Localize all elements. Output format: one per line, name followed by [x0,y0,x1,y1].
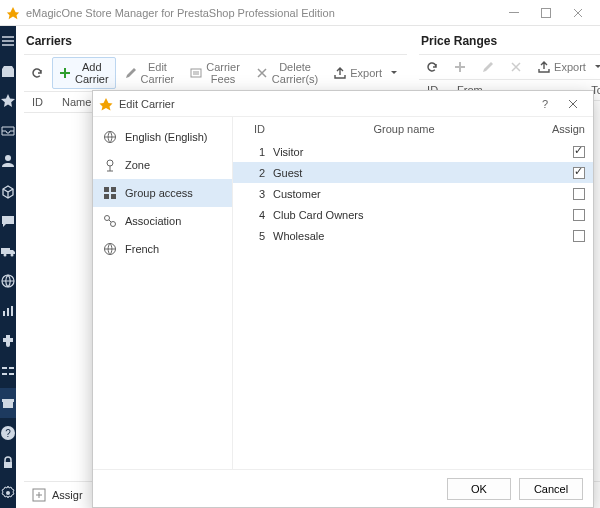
cancel-button[interactable]: Cancel [519,478,583,500]
svg-rect-26 [111,187,116,192]
nav-catalog[interactable] [0,176,16,206]
app-icon [99,97,113,111]
pencil-icon [125,67,137,79]
svg-rect-0 [509,12,519,13]
nav-menu[interactable] [0,26,16,56]
refresh-icon [426,61,438,73]
pr-export-button[interactable]: Export [531,57,600,77]
nav-inbox[interactable] [0,116,16,146]
assignment-label: Assigr [52,489,83,501]
assign-checkbox[interactable] [573,188,585,200]
grid-cell-assign[interactable] [535,166,585,179]
grid-col-id[interactable]: ID [241,123,273,135]
modal-footer: OK Cancel [93,469,593,507]
group-grid-row[interactable]: 4Club Card Owners [233,204,593,225]
nav-modules[interactable] [0,326,16,356]
workarea: Carriers Add Carrier Edit Carrier Carrie… [16,26,600,508]
carrier-fees-button[interactable]: Carrier Fees [183,57,247,89]
svg-rect-27 [104,194,109,199]
modal-titlebar: Edit Carrier ? [93,91,593,117]
nav-lock[interactable] [0,448,16,478]
minimize-button[interactable] [498,0,530,26]
pr-delete-button[interactable] [503,57,529,77]
close-button[interactable] [562,0,594,26]
side-item-association[interactable]: Association [93,207,232,235]
svg-rect-10 [11,306,13,316]
grid-cell-name: Customer [273,188,535,200]
svg-rect-14 [9,373,14,375]
nav-tools[interactable] [0,356,16,386]
svg-rect-11 [2,367,7,369]
plus-icon [454,61,466,73]
grid-cell-name: Club Card Owners [273,209,535,221]
side-item-french[interactable]: French [93,235,232,263]
grid-cell-assign[interactable] [535,187,585,200]
grid-cell-assign[interactable] [535,145,585,158]
col-id[interactable]: ID [28,96,58,108]
edit-carrier-label: Edit Carrier [141,61,175,85]
export-label: Export [350,67,382,79]
modal-help-button[interactable]: ? [531,91,559,117]
side-item-label: Association [125,215,181,227]
assign-checkbox[interactable] [573,209,585,221]
nav-help[interactable]: ? [0,418,16,448]
nav-customers[interactable] [0,146,16,176]
refresh-icon [31,67,43,79]
association-icon [103,214,117,228]
zone-icon [103,158,117,172]
nav-localization[interactable] [0,266,16,296]
svg-text:?: ? [5,428,11,439]
delete-carriers-button[interactable]: Delete Carrier(s) [249,57,325,89]
chevron-down-icon [388,67,400,79]
group-grid-row[interactable]: 1Visitor [233,141,593,162]
grid-col-assign[interactable]: Assign [535,123,585,135]
ok-button[interactable]: OK [447,478,511,500]
pr-edit-button[interactable] [475,57,501,77]
fees-icon [190,67,202,79]
group-grid-row[interactable]: 2Guest [233,162,593,183]
group-icon [103,186,117,200]
nav-stats[interactable] [0,296,16,326]
modal-close-button[interactable] [559,91,587,117]
assign-checkbox[interactable] [573,230,585,242]
titlebar: eMagicOne Store Manager for PrestaShop P… [0,0,600,26]
grid-col-name[interactable]: Group name [273,123,535,135]
svg-point-3 [5,155,11,161]
app-icon [6,6,20,20]
svg-rect-28 [111,194,116,199]
modal-main: ID Group name Assign 1Visitor2Guest3Cust… [233,117,593,469]
nav-shipping[interactable] [0,236,16,266]
delete-icon [510,61,522,73]
add-carrier-button[interactable]: Add Carrier [52,57,116,89]
pr-refresh-button[interactable] [419,57,445,77]
side-item-language[interactable]: English (English) [93,123,232,151]
pr-export-label: Export [554,61,586,73]
side-item-label: Group access [125,187,193,199]
grid-cell-assign[interactable] [535,208,585,221]
export-button[interactable]: Export [327,63,407,83]
assign-checkbox[interactable] [573,167,585,179]
side-item-group-access[interactable]: Group access [93,179,232,207]
pr-add-button[interactable] [447,57,473,77]
nav-favorites[interactable] [0,86,16,116]
nav-archive[interactable] [0,388,16,418]
svg-rect-15 [2,399,14,402]
grid-cell-assign[interactable] [535,229,585,242]
maximize-button[interactable] [530,0,562,26]
carrier-fees-label: Carrier Fees [206,61,240,85]
left-nav: ? [0,26,16,508]
nav-messages[interactable] [0,206,16,236]
group-grid-row[interactable]: 5Wholesale [233,225,593,246]
assign-checkbox[interactable] [573,146,585,158]
nav-settings[interactable] [0,478,16,508]
nav-store[interactable] [0,56,16,86]
svg-rect-16 [3,402,13,408]
refresh-button[interactable] [24,63,50,83]
delete-carriers-label: Delete Carrier(s) [272,61,318,85]
svg-rect-1 [542,8,551,17]
group-grid-row[interactable]: 3Customer [233,183,593,204]
edit-carrier-button[interactable]: Edit Carrier [118,57,182,89]
side-item-zone[interactable]: Zone [93,151,232,179]
delete-icon [256,67,268,79]
price-ranges-title: Price Ranges [421,34,600,48]
